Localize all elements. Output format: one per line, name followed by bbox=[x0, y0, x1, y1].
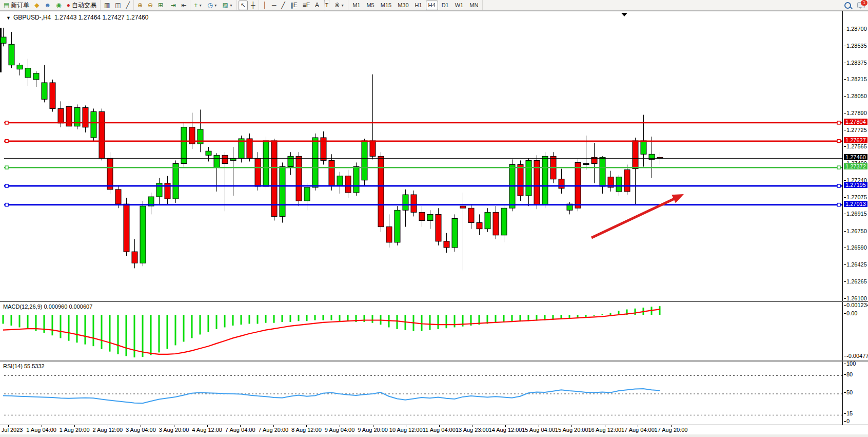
candles-canvas[interactable] bbox=[0, 11, 843, 301]
autotrading-button[interactable]: ●自动交易 bbox=[65, 1, 98, 10]
price-chart-pane[interactable] bbox=[0, 11, 868, 301]
rsi-tick-label: 15 bbox=[846, 410, 853, 416]
hline-price-label: 1.27804 bbox=[844, 119, 867, 125]
rsi-axis: 1008050150 bbox=[843, 360, 868, 425]
cursor-icon: ↖ bbox=[241, 1, 246, 10]
price-tick-label: 1.27725 bbox=[846, 127, 867, 133]
zoom-in-icon: ⊕ bbox=[137, 1, 143, 10]
timeframe-m1-button[interactable]: M1 bbox=[350, 1, 363, 10]
time-label: 15 Aug 04:00 bbox=[522, 427, 555, 433]
bar-chart-icon: ▥ bbox=[104, 1, 110, 10]
text-label-button[interactable]: T bbox=[322, 1, 331, 10]
price-tick-label: 1.26265 bbox=[846, 278, 867, 284]
timeframe-m5-button[interactable]: M5 bbox=[364, 1, 377, 10]
macd-label: MACD(12,26,9) 0.000960 0.000607 bbox=[3, 303, 92, 310]
macd-pane[interactable]: MACD(12,26,9) 0.000960 0.000607 bbox=[0, 301, 868, 361]
gold-diamond-icon: ◆ bbox=[34, 1, 39, 10]
zoom-out-button[interactable]: ⊖ bbox=[146, 1, 155, 10]
trendline-icon: ╱ bbox=[281, 1, 285, 10]
tile-icon: ⊞ bbox=[158, 1, 163, 10]
price-tick-label: 1.26425 bbox=[846, 261, 867, 268]
cursor-button[interactable]: ↖ bbox=[239, 1, 248, 10]
rsi-canvas[interactable] bbox=[0, 362, 843, 426]
price-tick-label: 1.27565 bbox=[846, 143, 867, 149]
timeframe-m15-button[interactable]: M15 bbox=[378, 1, 394, 10]
horizontal-line-button[interactable]: ─ bbox=[270, 1, 279, 10]
equidistant-channel-button[interactable]: ∥E bbox=[288, 1, 300, 10]
rsi-label: RSI(14) 55.5332 bbox=[3, 363, 45, 369]
price-tick-label: 1.27890 bbox=[846, 110, 867, 116]
dropdown-arrow-icon[interactable]: ▼ bbox=[199, 4, 202, 7]
signal-icon: ◉ bbox=[56, 1, 61, 10]
rsi-tick-label: 50 bbox=[846, 389, 853, 395]
quotes-button[interactable]: ◆ bbox=[32, 1, 41, 10]
time-label: 9 Aug 20:00 bbox=[358, 427, 388, 433]
new-order-button[interactable]: ▤新订单 bbox=[2, 1, 31, 10]
text-icon: A bbox=[315, 1, 319, 10]
crosshair-button[interactable]: ┼ bbox=[249, 1, 258, 10]
periods-button[interactable]: ◷▼ bbox=[205, 1, 219, 10]
dropdown-arrow-icon[interactable]: ▼ bbox=[214, 4, 218, 7]
time-label: 17 Aug 20:00 bbox=[655, 427, 688, 433]
tile-windows-button[interactable]: ⊞ bbox=[156, 1, 165, 10]
timeframe-h1-button[interactable]: H1 bbox=[412, 1, 425, 10]
time-label: 10 Aug 12:00 bbox=[389, 427, 423, 433]
time-label: 3 Aug 04:00 bbox=[126, 427, 156, 433]
candlestick-icon: ◫ bbox=[115, 1, 121, 10]
annotation-arrow-head bbox=[672, 194, 684, 203]
signals-button[interactable]: ◉ bbox=[54, 1, 63, 10]
search-icon[interactable] bbox=[844, 2, 851, 9]
chart-shift-button[interactable]: ⇤ bbox=[179, 1, 188, 10]
dropdown-arrow-icon[interactable]: ▼ bbox=[229, 4, 233, 7]
timeframe-h4-button[interactable]: H4 bbox=[426, 1, 438, 10]
fibonacci-icon: ≡F bbox=[303, 1, 310, 10]
timeframe-m30-button[interactable]: M30 bbox=[395, 1, 411, 10]
rsi-tick-label: 0 bbox=[846, 418, 850, 424]
notification-badge: 1 bbox=[861, 0, 867, 6]
time-axis[interactable]: 31 Jul 20231 Aug 04:001 Aug 20:002 Aug 1… bbox=[0, 425, 868, 435]
time-label: 2 Aug 12:00 bbox=[92, 427, 123, 433]
arrows-button[interactable]: ※▼ bbox=[332, 1, 346, 10]
macd-canvas[interactable] bbox=[0, 302, 843, 361]
chart-window[interactable]: ▼GBPUSD-,H4 1.27443 1.27464 1.27427 1.27… bbox=[0, 11, 868, 437]
indicators-button[interactable]: +▼ bbox=[192, 1, 204, 10]
time-label: 3 Aug 20:00 bbox=[159, 427, 189, 433]
macd-tick-label: 0.00 bbox=[846, 310, 857, 316]
auto-scroll-button[interactable]: ⇥ bbox=[169, 1, 178, 10]
arrows-icon: ※ bbox=[334, 1, 340, 10]
time-label: 4 Aug 12:00 bbox=[192, 427, 222, 433]
price-tick-label: 1.28215 bbox=[846, 76, 867, 82]
timeframe-w1-button[interactable]: W1 bbox=[452, 1, 466, 10]
community-button[interactable]: ☻ bbox=[43, 1, 53, 10]
vertical-line-button[interactable]: │ bbox=[261, 1, 269, 10]
toolbar: ▤新订单◆☻◉●自动交易▥◫╱⊕⊖⊞⇥⇤+▼◷▼▨▼↖┼│─╱∥E≡FAT※▼M… bbox=[0, 0, 868, 11]
time-label: 9 Aug 04:00 bbox=[325, 427, 355, 433]
price-tick-label: 1.28535 bbox=[846, 43, 867, 49]
line-mode-button[interactable]: ╱ bbox=[124, 1, 132, 10]
zoom-in-button[interactable]: ⊕ bbox=[135, 1, 145, 10]
chart-shift-icon: ⇤ bbox=[181, 1, 186, 10]
autotrading-label: 自动交易 bbox=[72, 1, 96, 10]
one-click-trading-expander-icon[interactable]: ▼ bbox=[6, 15, 11, 21]
price-tick-label: 1.26915 bbox=[846, 211, 867, 217]
rsi-pane[interactable]: RSI(14) 55.5332 bbox=[0, 360, 868, 426]
line-chart-icon: ╱ bbox=[126, 1, 130, 10]
time-label: 1 Aug 04:00 bbox=[26, 427, 56, 433]
candle-mode-button[interactable]: ◫ bbox=[113, 1, 123, 10]
fibonacci-button[interactable]: ≡F bbox=[301, 1, 312, 10]
new-order-icon: ▤ bbox=[4, 1, 9, 10]
bar-chart-mode-button[interactable]: ▥ bbox=[102, 1, 112, 10]
channel-icon: ∥E bbox=[290, 1, 298, 10]
hline-price-label: 1.27627 bbox=[844, 137, 867, 143]
timeframe-d1-button[interactable]: D1 bbox=[439, 1, 451, 10]
chat-icon[interactable]: 1 bbox=[857, 2, 865, 8]
price-tick-label: 1.28375 bbox=[846, 60, 867, 66]
time-label: 17 Aug 04:00 bbox=[621, 427, 655, 433]
text-button[interactable]: A bbox=[313, 1, 321, 10]
dropdown-arrow-icon[interactable]: ▼ bbox=[341, 4, 344, 7]
templates-button[interactable]: ▨▼ bbox=[221, 1, 235, 10]
trendline-button[interactable]: ╱ bbox=[279, 1, 287, 10]
time-label: 16 Aug 12:00 bbox=[588, 427, 621, 433]
macd-axis: 0.0012340.00-0.004774 bbox=[843, 301, 868, 360]
timeframe-mn-button[interactable]: MN bbox=[467, 1, 481, 10]
